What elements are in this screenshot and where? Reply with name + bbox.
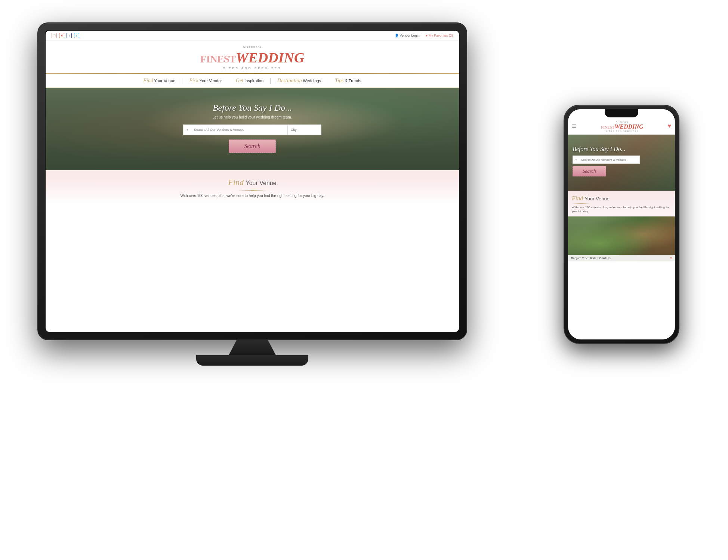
twitter-icon[interactable]: t xyxy=(74,33,79,38)
phone-notch xyxy=(605,109,638,117)
phone-search-wrapper: ⚬ xyxy=(573,156,670,164)
nav-get-regular: Inspiration xyxy=(244,79,263,83)
phone-find-venue-title: Find Your Venue xyxy=(572,195,671,202)
hero-text: Before You Say I Do... Let us help you b… xyxy=(46,88,459,153)
phone-gold-divider xyxy=(572,203,590,204)
phone-favorites-icon[interactable]: ♥ xyxy=(668,123,672,129)
phone-search-input[interactable] xyxy=(573,156,640,164)
phone-venue-image-background xyxy=(568,216,675,261)
nav-find-venue[interactable]: Find Your Venue xyxy=(136,78,182,84)
phone-body: ☰ Arizona's FINESTWEDDING SITES AND SERV… xyxy=(564,105,679,344)
phone-screen: ☰ Arizona's FINESTWEDDING SITES AND SERV… xyxy=(568,109,675,339)
city-input[interactable] xyxy=(288,124,321,135)
search-icon: ⚬ xyxy=(186,128,189,132)
phone-venue-image: Boojum Tree Hidden Gardens ♥ xyxy=(568,216,675,261)
nav-tips-script: Tips xyxy=(335,78,343,83)
my-favorites-link[interactable]: ♥ My Favorites (2) xyxy=(426,34,453,37)
phone-menu-icon[interactable]: ☰ xyxy=(572,123,577,129)
nav-dest-regular: Weddings xyxy=(303,79,321,83)
phone-venue-regular: Your Venue xyxy=(584,196,610,201)
nav-find-script: Find xyxy=(143,78,153,83)
search-bar: ⚬ xyxy=(46,124,459,135)
monitor-screen: ◯ ✖ f t 👤 Vendor Login ♥ xyxy=(45,30,460,333)
monitor-stand-base xyxy=(196,355,308,366)
social-icons: ◯ ✖ f t xyxy=(52,33,79,38)
search-wrapper: ⚬ xyxy=(183,124,288,135)
nav-destination[interactable]: Destination Weddings xyxy=(271,78,328,84)
hero-subtitle: Let us help you build your wedding dream… xyxy=(46,115,459,119)
phone-search-icon: ⚬ xyxy=(575,158,578,161)
heart-icon: ♥ xyxy=(426,34,428,37)
venue-regular: Your Venue xyxy=(246,180,276,186)
hero-title: Before You Say I Do... xyxy=(46,103,459,113)
nav-tips-regular: & Trends xyxy=(345,79,361,83)
search-input[interactable] xyxy=(183,124,288,135)
find-script: Find xyxy=(228,178,246,187)
logo-subtitle: SITES AND SERVICES xyxy=(49,67,456,70)
monitor: ◯ ✖ f t 👤 Vendor Login ♥ xyxy=(37,22,467,359)
nav-dest-script: Destination xyxy=(277,78,302,83)
phone-logo-subtitle: SITES AND SERVICES xyxy=(601,130,643,132)
phone-find-script: Find xyxy=(572,195,584,201)
phone-find-venue: Find Your Venue With over 100 venues plu… xyxy=(568,191,675,216)
gold-divider xyxy=(237,190,267,191)
vendor-login-link[interactable]: 👤 Vendor Login xyxy=(395,34,420,37)
phone-hero-text: Before You Say I Do... ⚬ Search xyxy=(568,135,675,181)
phone-logo-wedding: WEDDING xyxy=(614,123,643,130)
monitor-body: ◯ ✖ f t 👤 Vendor Login ♥ xyxy=(37,22,467,340)
topbar-right: 👤 Vendor Login ♥ My Favorites (2) xyxy=(395,34,453,37)
instagram-icon[interactable]: ◯ xyxy=(52,33,57,38)
phone-website: ☰ Arizona's FINESTWEDDING SITES AND SERV… xyxy=(568,109,675,339)
phone-hero: Before You Say I Do... ⚬ Search xyxy=(568,135,675,191)
phone-logo: Arizona's FINESTWEDDING SITES AND SERVIC… xyxy=(601,120,643,132)
hero-section: Before You Say I Do... Let us help you b… xyxy=(46,88,459,170)
nav-pick-vendor[interactable]: Pick Your Vendor xyxy=(182,78,229,84)
desktop-website: ◯ ✖ f t 👤 Vendor Login ♥ xyxy=(46,31,459,332)
nav-pick-script: Pick xyxy=(189,78,198,83)
phone-hero-title: Before You Say I Do... xyxy=(573,146,670,153)
phone: ☰ Arizona's FINESTWEDDING SITES AND SERV… xyxy=(564,105,679,344)
logo-wedding: WEDDING xyxy=(236,50,305,65)
phone-arizona-label: Arizona's xyxy=(616,121,629,123)
nav-get-script: Get xyxy=(236,78,243,83)
venue-description: With over 100 venues plus, we're sure to… xyxy=(57,194,448,198)
site-topbar: ◯ ✖ f t 👤 Vendor Login ♥ xyxy=(46,31,459,41)
phone-venue-description: With over 100 venues plus, we're sure to… xyxy=(572,205,671,213)
search-button[interactable]: Search xyxy=(229,139,276,153)
nav-get-inspiration[interactable]: Get Inspiration xyxy=(229,78,271,84)
site-header: Arizona's FINESTWEDDING SITES AND SERVIC… xyxy=(46,41,459,74)
arizona-label: Arizona's xyxy=(49,45,456,49)
nav-find-regular: Your Venue xyxy=(154,79,175,83)
find-venue-title: Find Your Venue xyxy=(57,178,448,187)
logo: FINESTWEDDING xyxy=(49,49,456,66)
phone-logo-finest: FINEST xyxy=(601,125,614,129)
nav-tips[interactable]: Tips & Trends xyxy=(328,78,368,84)
logo-finest: FINEST xyxy=(200,53,236,65)
site-nav: Find Your Venue Pick Your Vendor Get Ins… xyxy=(46,74,459,88)
phone-venue-name: Boojum Tree Hidden Gardens xyxy=(571,256,611,260)
phone-search-button[interactable]: Search xyxy=(573,166,606,176)
phone-venue-heart-icon[interactable]: ♥ xyxy=(670,256,672,260)
monitor-stand-neck xyxy=(226,340,278,355)
find-venue-section: Find Your Venue With over 100 venues plu… xyxy=(46,170,459,204)
scene: ◯ ✖ f t 👤 Vendor Login ♥ xyxy=(0,0,728,560)
user-icon: 👤 xyxy=(395,34,399,37)
phone-logo-main: FINESTWEDDING xyxy=(601,123,643,130)
phone-venue-label: Boojum Tree Hidden Gardens ♥ xyxy=(568,255,675,261)
pinterest-icon[interactable]: ✖ xyxy=(59,33,64,38)
phone-logo-text: Arizona's xyxy=(601,120,643,123)
nav-pick-regular: Your Vendor xyxy=(200,79,222,83)
facebook-icon[interactable]: f xyxy=(67,33,72,38)
